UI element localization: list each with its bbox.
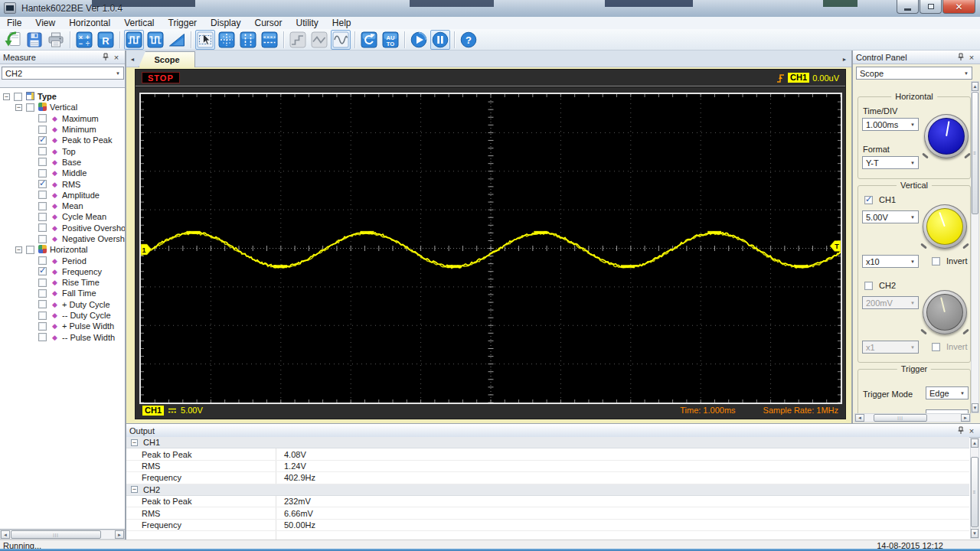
collapse-icon[interactable]: − xyxy=(3,93,10,100)
scrollbar-thumb[interactable]: ≡ xyxy=(972,92,978,214)
pin-icon[interactable] xyxy=(956,52,966,63)
cursor-select-button[interactable] xyxy=(195,30,215,50)
reference-button[interactable]: R xyxy=(96,30,116,50)
scroll-left-icon[interactable]: ◄ xyxy=(855,414,864,422)
tree-item-mean[interactable]: ◆Mean xyxy=(0,201,125,211)
tree-item-base[interactable]: ◆Base xyxy=(0,157,125,168)
close-panel-icon[interactable]: × xyxy=(966,425,977,436)
scroll-up-icon[interactable]: ▲ xyxy=(972,82,978,91)
trigger-level-marker[interactable]: T xyxy=(830,241,841,252)
collapse-icon[interactable]: − xyxy=(131,486,138,493)
tree-item-negative-overshoot[interactable]: ◆Negative Overshoot xyxy=(0,233,125,244)
checkbox-duty-cycle[interactable] xyxy=(38,300,47,308)
checkbox-fall-time[interactable] xyxy=(38,289,47,298)
checkbox-top[interactable] xyxy=(38,147,47,155)
pin-icon[interactable] xyxy=(956,425,966,436)
time-div-select[interactable]: 1.000ms ▼ xyxy=(862,118,919,131)
checkbox-mean[interactable] xyxy=(38,202,47,210)
scroll-up-icon[interactable]: ▲ xyxy=(971,439,978,448)
square-wave-button[interactable] xyxy=(124,30,144,50)
menu-trigger[interactable]: Trigger xyxy=(162,17,204,29)
pulse-wave-button[interactable] xyxy=(145,30,165,50)
tree-item-minimum[interactable]: ◆Minimum xyxy=(0,124,125,135)
tree-item-amplitude[interactable]: ◆Amplitude xyxy=(0,190,125,201)
checkbox-duty-cycle[interactable] xyxy=(38,311,47,320)
menu-help[interactable]: Help xyxy=(325,17,358,29)
measure-hscrollbar[interactable]: ◄ ||| ► xyxy=(0,530,125,540)
pause-button[interactable] xyxy=(430,30,450,50)
menu-file[interactable]: File xyxy=(0,17,28,29)
refresh-button[interactable] xyxy=(359,30,379,50)
measure-channel-select[interactable]: CH2 ▼ xyxy=(2,67,124,80)
collapse-icon[interactable]: − xyxy=(15,104,22,111)
close-panel-icon[interactable]: × xyxy=(111,52,122,63)
tree-item-fall-time[interactable]: ◆Fall Time xyxy=(0,288,125,298)
tab-scope[interactable]: Scope xyxy=(139,51,195,67)
auto-set-button[interactable]: AUTO xyxy=(381,30,400,50)
ch2-checkbox[interactable] xyxy=(864,282,873,290)
tree-item-peak-to-peak[interactable]: ◆Peak to Peak xyxy=(0,135,125,145)
tab-scroll-right-icon[interactable]: ► xyxy=(840,54,849,64)
math-button[interactable]: ×+−÷ xyxy=(74,30,94,50)
checkbox-minimum[interactable] xyxy=(38,126,47,134)
ch1-invert[interactable]: Invert xyxy=(932,256,968,266)
ch1-invert-checkbox[interactable] xyxy=(932,257,940,266)
close-button[interactable]: ✕ xyxy=(942,0,975,14)
sine-interpolation-button[interactable] xyxy=(331,30,351,50)
tree-item-positive-overshoot[interactable]: ◆Positive Overshoot xyxy=(0,223,125,233)
scroll-down-icon[interactable]: ▼ xyxy=(972,403,978,412)
help-button[interactable]: ? xyxy=(459,30,479,50)
format-select[interactable]: Y-T ▼ xyxy=(862,156,919,169)
ch1-enable[interactable]: CH1 xyxy=(864,195,896,204)
checkbox-vertical[interactable] xyxy=(26,103,34,112)
menu-vertical[interactable]: Vertical xyxy=(117,17,161,29)
scroll-left-icon[interactable]: ◄ xyxy=(1,530,10,539)
start-button[interactable] xyxy=(409,30,429,50)
checkbox-maximum[interactable] xyxy=(38,114,47,122)
collapse-icon[interactable]: − xyxy=(131,439,138,446)
menu-horizontal[interactable]: Horizontal xyxy=(62,17,117,29)
checkbox-horizontal[interactable] xyxy=(26,246,34,254)
checkbox-period[interactable] xyxy=(38,256,47,265)
minimize-button[interactable] xyxy=(897,0,919,14)
grid-cursor-button[interactable] xyxy=(217,30,237,50)
scroll-right-icon[interactable]: ► xyxy=(115,530,124,539)
tree-item-type[interactable]: −Type xyxy=(0,91,125,102)
tree-item-duty-cycle[interactable]: ◆-- Duty Cycle xyxy=(0,310,125,321)
checkbox-cycle-mean[interactable] xyxy=(38,213,47,221)
tree-item-vertical[interactable]: −Vertical xyxy=(0,102,125,112)
menu-cursor[interactable]: Cursor xyxy=(247,17,289,29)
print-button[interactable] xyxy=(46,30,66,50)
tree-item-pulse-width[interactable]: ◆+ Pulse Width xyxy=(0,321,125,331)
checkbox-base[interactable] xyxy=(38,158,47,166)
ch1-position-knob[interactable] xyxy=(923,204,967,249)
checkbox-pulse-width[interactable] xyxy=(38,322,47,331)
checkbox-positive-overshoot[interactable] xyxy=(38,223,47,232)
checkbox-peak-to-peak[interactable] xyxy=(38,136,47,145)
ch1-checkbox[interactable] xyxy=(864,196,873,204)
collapse-icon[interactable]: − xyxy=(15,246,22,253)
checkbox-rise-time[interactable] xyxy=(38,279,47,287)
tree-item-rms[interactable]: ◆RMS xyxy=(0,178,125,189)
menu-display[interactable]: Display xyxy=(204,17,247,29)
tree-item-duty-cycle[interactable]: ◆+ Duty Cycle xyxy=(0,299,125,310)
control-panel-hscrollbar[interactable]: ◄ ||| ► xyxy=(854,413,971,422)
trigger-mode-select[interactable]: Edge ▼ xyxy=(926,386,969,399)
tree-item-pulse-width[interactable]: ◆-- Pulse Width xyxy=(0,332,125,343)
scroll-right-icon[interactable]: ► xyxy=(961,414,970,422)
scroll-down-icon[interactable]: ▼ xyxy=(971,529,978,538)
checkbox-type[interactable] xyxy=(14,93,22,101)
vertical-cursor-button[interactable] xyxy=(238,30,258,50)
scrollbar-thumb[interactable]: ||| xyxy=(11,530,101,539)
tree-item-rise-time[interactable]: ◆Rise Time xyxy=(0,277,125,288)
control-panel-mode-select[interactable]: Scope ▼ xyxy=(856,67,972,80)
open-button[interactable] xyxy=(3,30,23,50)
tree-item-top[interactable]: ◆Top xyxy=(0,145,125,156)
close-panel-icon[interactable]: × xyxy=(966,52,977,63)
checkbox-amplitude[interactable] xyxy=(38,191,47,199)
ch1-scale-select[interactable]: 5.00V ▼ xyxy=(862,210,919,223)
ch1-position-marker[interactable]: 1 xyxy=(141,244,152,255)
menu-utility[interactable]: Utility xyxy=(289,17,325,29)
tree-item-maximum[interactable]: ◆Maximum xyxy=(0,113,125,124)
ch1-probe-select[interactable]: x10 ▼ xyxy=(862,255,919,268)
